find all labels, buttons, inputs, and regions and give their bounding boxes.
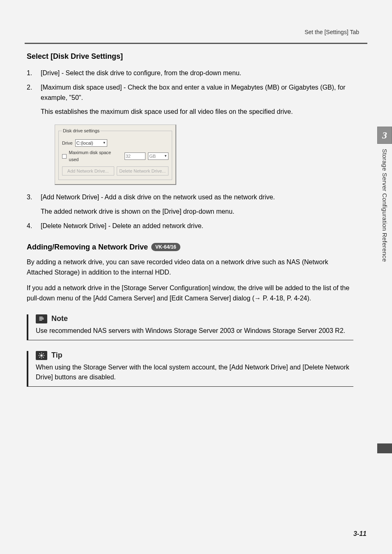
list-item: 2. [Maximum disk space used] - Check the… (27, 83, 353, 185)
item-number: 1. (27, 68, 32, 78)
add-network-drive-button[interactable]: Add Network Drive... (62, 166, 114, 175)
item-text: - Delete an added network drive. (106, 222, 203, 229)
page-number: 3-11 (353, 530, 367, 538)
tip-head: Tip (36, 351, 353, 360)
tip-text-part: ] and [ (286, 364, 304, 371)
section2-title: Adding/Removing a Network Drive (27, 243, 148, 252)
tip-icon (36, 351, 47, 360)
chapter-tab: 3 Storage Server Configuration Reference (377, 127, 392, 453)
max-space-checkbox[interactable] (62, 154, 67, 159)
item-text: - Select the disk drive to configure, fr… (60, 69, 241, 76)
document-page: Set the [Settings] Tab Select [Disk Driv… (0, 0, 392, 554)
tip-text-part: ] buttons are disabled. (51, 374, 115, 381)
svg-line-5 (39, 353, 40, 354)
max-space-input[interactable]: 32 (125, 152, 146, 160)
section2-paragraph1: By adding a network drive, you can save … (27, 257, 353, 278)
note-text: Use recommended NAS servers with Windows… (36, 326, 353, 336)
svg-point-0 (40, 354, 42, 356)
dialog-row-max: Maximum disk space used 32 GB ▼ (62, 149, 168, 163)
header-right-text: Set the [Settings] Tab (25, 29, 359, 35)
p2-term: Edit Camera Server (171, 295, 229, 302)
chapter-number: 3 (377, 127, 392, 144)
delete-network-drive-button[interactable]: Delete Network Drive... (117, 166, 169, 175)
svg-line-7 (39, 357, 40, 358)
item-number: 3. (27, 192, 32, 203)
list-item: 1. [Drive] - Select the disk drive to co… (27, 68, 353, 78)
p2-term: Storage Server Configuration (124, 284, 209, 291)
dialog-row-drive: Drive C:(local) ▼ (62, 139, 168, 147)
tip-text: When using the Storage Server with the l… (36, 362, 353, 382)
p2-text: ] dialog (→ P. 4-18, P. 4-24). (229, 295, 311, 302)
dialog-fieldset: Disk drive settings Drive C:(local) ▼ Ma… (58, 127, 172, 180)
section2-header: Adding/Removing a Network Drive VK-64/16 (27, 243, 353, 252)
max-space-label: Maximum disk space used (69, 149, 120, 163)
item-subtext: This establishes the maximum disk space … (41, 107, 353, 117)
max-space-value: 32 (126, 153, 131, 160)
dialog-row-buttons: Add Network Drive... Delete Network Driv… (62, 166, 168, 175)
tip-label: Tip (51, 351, 62, 360)
note-icon (36, 314, 47, 323)
item-number: 2. (27, 83, 32, 93)
unit-select[interactable]: GB ▼ (148, 152, 168, 160)
item-term: [Drive] (41, 69, 60, 76)
note-callout: Note Use recommended NAS servers with Wi… (27, 314, 353, 340)
item-term: [Delete Network Drive] (41, 222, 106, 229)
note-head: Note (36, 314, 353, 323)
list-item: 3. [Add Network Drive] - Add a disk driv… (27, 192, 353, 217)
item-term: [Add Network Drive] (41, 194, 99, 201)
main-content: Select [Disk Drive Settings] 1. [Drive] … (25, 44, 353, 387)
item-term: [Maximum disk space used] (41, 84, 122, 91)
section1-title: Select [Disk Drive Settings] (27, 52, 353, 61)
item-text: - Add a disk drive on the network used a… (99, 194, 275, 201)
item-number: 4. (27, 221, 32, 231)
section1-list: 1. [Drive] - Select the disk drive to co… (27, 68, 353, 231)
svg-line-6 (43, 357, 44, 358)
p2-term: Add Camera Server (95, 295, 153, 302)
tip-term: Add Network Drive (231, 364, 286, 371)
drive-label: Drive (62, 140, 73, 147)
section2-paragraph2: If you add a network drive in the [Stora… (27, 283, 353, 304)
chevron-down-icon: ▼ (103, 141, 106, 145)
item-subtext: The added network drive is shown on the … (41, 207, 353, 217)
drive-select[interactable]: C:(local) ▼ (75, 139, 107, 147)
disk-drive-dialog: Disk drive settings Drive C:(local) ▼ Ma… (55, 125, 176, 185)
svg-line-8 (43, 353, 44, 354)
tip-text-part: When using the Storage Server with the l… (36, 364, 231, 371)
dialog-legend: Disk drive settings (62, 127, 100, 134)
list-item: 4. [Delete Network Drive] - Delete an ad… (27, 221, 353, 231)
p2-text: If you add a network drive in the [ (27, 284, 124, 291)
chapter-title: Storage Server Configuration Reference (381, 144, 388, 267)
chapter-marker (377, 443, 392, 453)
drive-value: C:(local) (76, 140, 93, 147)
p2-text: ] and [ (153, 295, 171, 302)
unit-value: GB (149, 153, 156, 160)
vk-badge: VK-64/16 (151, 243, 180, 251)
note-label: Note (51, 314, 68, 323)
tip-callout: Tip When using the Storage Server with t… (27, 351, 353, 387)
chevron-down-icon: ▼ (164, 154, 167, 159)
